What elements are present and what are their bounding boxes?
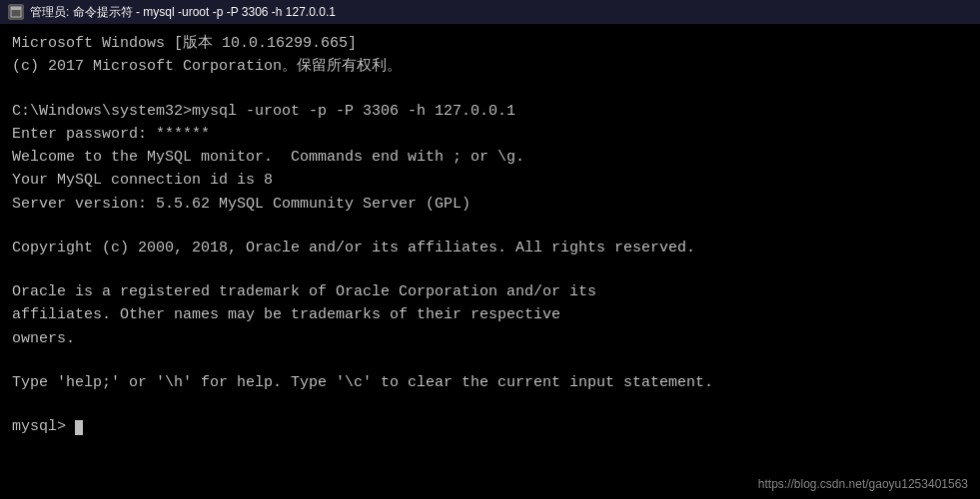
terminal-line: mysql>: [12, 415, 968, 438]
title-bar: 管理员: 命令提示符 - mysql -uroot -p -P 3306 -h …: [0, 0, 980, 24]
terminal-line: Type 'help;' or '\h' for help. Type '\c'…: [12, 371, 968, 394]
terminal-line: Microsoft Windows [版本 10.0.16299.665]: [12, 32, 968, 55]
terminal-line: Your MySQL connection id is 8: [12, 169, 968, 192]
terminal-line: affiliates. Other names may be trademark…: [12, 303, 968, 326]
terminal-body: Microsoft Windows [版本 10.0.16299.665](c)…: [0, 24, 980, 499]
terminal-line: Enter password: ******: [12, 123, 968, 146]
terminal-line: [12, 350, 968, 371]
svg-rect-1: [11, 7, 21, 10]
terminal-line: Welcome to the MySQL monitor. Commands e…: [12, 146, 968, 169]
terminal-line: Oracle is a registered trademark of Orac…: [12, 280, 968, 303]
terminal-line: owners.: [12, 327, 968, 350]
terminal-line: (c) 2017 Microsoft Corporation。保留所有权利。: [12, 55, 968, 78]
watermark: https://blog.csdn.net/gaoyu1253401563: [758, 477, 968, 491]
cursor: [75, 420, 83, 435]
terminal-line: [12, 79, 968, 100]
terminal-line: [12, 259, 968, 280]
terminal-line: [12, 394, 968, 415]
terminal-line: Server version: 5.5.62 MySQL Community S…: [12, 193, 968, 216]
title-bar-text: 管理员: 命令提示符 - mysql -uroot -p -P 3306 -h …: [30, 4, 336, 21]
terminal-content: Microsoft Windows [版本 10.0.16299.665](c)…: [12, 32, 968, 438]
title-bar-icon: [8, 4, 24, 20]
terminal-line: [12, 216, 968, 237]
terminal-line: C:\Windows\system32>mysql -uroot -p -P 3…: [12, 100, 968, 123]
terminal-line: Copyright (c) 2000, 2018, Oracle and/or …: [12, 237, 968, 259]
